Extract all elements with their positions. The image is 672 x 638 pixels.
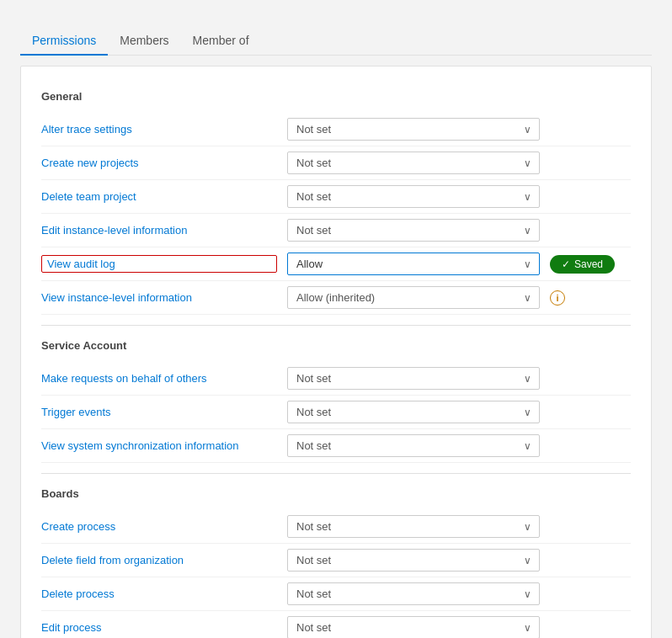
- tabs-nav: PermissionsMembersMember of: [20, 27, 652, 56]
- tab-member-of[interactable]: Member of: [181, 27, 261, 56]
- permission-row-delete-field: Delete field from organizationNot setAll…: [41, 544, 631, 577]
- permissions-panel: GeneralAlter trace settingsNot setAllowD…: [20, 66, 652, 638]
- select-wrapper-delete-process: Not setAllowDeny: [287, 582, 540, 605]
- select-view-sync[interactable]: Not setAllowDeny: [287, 434, 540, 457]
- permission-row-edit-instance: Edit instance-level informationNot setAl…: [41, 214, 631, 247]
- permission-name-edit-instance[interactable]: Edit instance-level information: [41, 224, 277, 237]
- permission-row-edit-process: Edit processNot setAllowDeny: [41, 611, 631, 638]
- select-delete-field[interactable]: Not setAllowDeny: [287, 549, 540, 572]
- permission-name-delete-process[interactable]: Delete process: [41, 587, 277, 600]
- select-create-projects[interactable]: Not setAllowDeny: [287, 152, 540, 174]
- select-wrapper-alter-trace: Not setAllowDeny: [287, 118, 540, 141]
- section-divider-boards: [41, 473, 631, 474]
- permission-name-view-instance[interactable]: View instance-level information: [41, 291, 277, 304]
- select-wrapper-delete-team: Not setAllowDeny: [287, 185, 540, 208]
- permission-name-create-process[interactable]: Create process: [41, 520, 277, 533]
- permission-name-trigger-events[interactable]: Trigger events: [41, 406, 277, 418]
- section-label-service-account: Service Account: [41, 339, 631, 352]
- tab-members[interactable]: Members: [108, 27, 180, 56]
- permission-row-view-instance: View instance-level informationNot setAl…: [41, 281, 631, 315]
- select-wrapper-view-sync: Not setAllowDeny: [287, 434, 540, 457]
- permission-row-create-process: Create processNot setAllowDeny: [41, 510, 631, 544]
- select-view-audit[interactable]: Not setAllowDeny: [287, 253, 540, 275]
- select-wrapper-edit-process: Not setAllowDeny: [287, 616, 540, 638]
- section-label-general: General: [41, 90, 631, 103]
- permission-row-trigger-events: Trigger eventsNot setAllowDeny: [41, 396, 631, 429]
- select-alter-trace[interactable]: Not setAllowDeny: [287, 118, 540, 141]
- select-delete-process[interactable]: Not setAllowDeny: [287, 582, 540, 605]
- tab-permissions[interactable]: Permissions: [20, 27, 108, 56]
- select-wrapper-view-instance: Not setAllowDenyAllow (inherited): [287, 286, 540, 309]
- select-make-requests[interactable]: Not setAllowDeny: [287, 367, 540, 390]
- select-view-instance[interactable]: Not setAllowDenyAllow (inherited): [287, 286, 540, 309]
- select-trigger-events[interactable]: Not setAllowDeny: [287, 401, 540, 423]
- permission-name-alter-trace[interactable]: Alter trace settings: [41, 123, 277, 136]
- select-delete-team[interactable]: Not setAllowDeny: [287, 185, 540, 208]
- select-wrapper-edit-instance: Not setAllowDeny: [287, 219, 540, 242]
- checkmark-icon: ✓: [562, 258, 570, 270]
- permission-row-view-sync: View system synchronization informationN…: [41, 429, 631, 463]
- permission-name-view-sync[interactable]: View system synchronization information: [41, 439, 277, 452]
- select-edit-process[interactable]: Not setAllowDeny: [287, 616, 540, 638]
- permission-name-view-audit[interactable]: View audit log: [41, 255, 277, 273]
- permission-row-view-audit: View audit logNot setAllowDeny✓Saved: [41, 247, 631, 281]
- permission-name-delete-team[interactable]: Delete team project: [41, 190, 277, 203]
- permission-row-make-requests: Make requests on behalf of othersNot set…: [41, 362, 631, 396]
- permission-row-delete-process: Delete processNot setAllowDeny: [41, 577, 631, 611]
- select-wrapper-trigger-events: Not setAllowDeny: [287, 401, 540, 423]
- permission-name-edit-process[interactable]: Edit process: [41, 621, 277, 634]
- permission-row-create-projects: Create new projectsNot setAllowDeny: [41, 146, 631, 180]
- select-wrapper-make-requests: Not setAllowDeny: [287, 367, 540, 390]
- section-divider-service-account: [41, 325, 631, 326]
- select-create-process[interactable]: Not setAllowDeny: [287, 515, 540, 538]
- permission-name-create-projects[interactable]: Create new projects: [41, 157, 277, 169]
- permission-name-make-requests[interactable]: Make requests on behalf of others: [41, 372, 277, 385]
- permission-row-alter-trace: Alter trace settingsNot setAllowDeny: [41, 113, 631, 146]
- select-wrapper-create-projects: Not setAllowDeny: [287, 152, 540, 174]
- section-label-boards: Boards: [41, 487, 631, 500]
- select-wrapper-create-process: Not setAllowDeny: [287, 515, 540, 538]
- select-wrapper-view-audit: Not setAllowDeny: [287, 253, 540, 275]
- select-wrapper-delete-field: Not setAllowDeny: [287, 549, 540, 572]
- info-icon-view-instance[interactable]: i: [550, 290, 565, 306]
- saved-label: Saved: [574, 258, 603, 270]
- select-edit-instance[interactable]: Not setAllowDeny: [287, 219, 540, 242]
- permission-row-delete-team: Delete team projectNot setAllowDeny: [41, 180, 631, 214]
- saved-badge: ✓Saved: [550, 255, 615, 274]
- permission-name-delete-field[interactable]: Delete field from organization: [41, 554, 277, 566]
